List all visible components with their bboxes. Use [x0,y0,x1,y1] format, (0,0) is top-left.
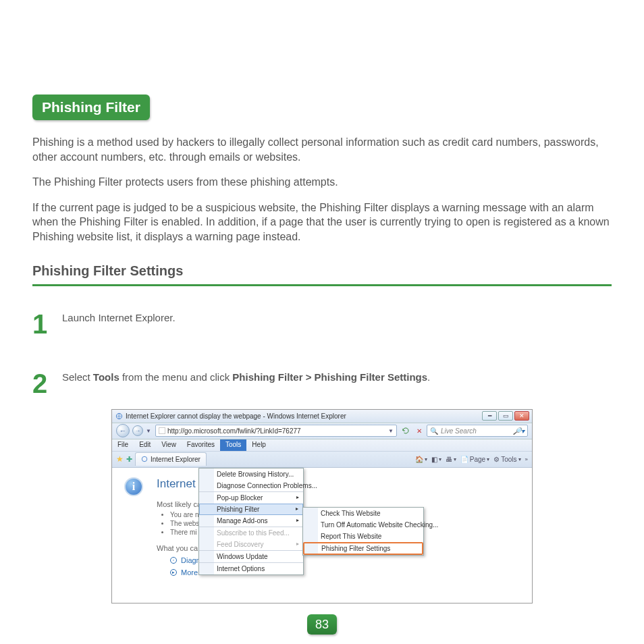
intro-paragraph: Phishing is a method used by hackers to … [32,135,612,164]
bullet-icon: ◦ [170,557,177,564]
step-text-fragment: from the menu and click [119,371,233,383]
menu-label: Phishing Filter [217,506,259,513]
page-content: i Internet Exp Most likely caus You are … [112,468,532,603]
feeds-button[interactable]: ◧▾ [431,456,441,463]
step-2: 2 Select Tools from the menu and click P… [32,370,612,397]
print-button[interactable]: 🖶▾ [446,456,456,463]
add-favorite-icon[interactable]: ✚ [126,455,132,464]
menu-file[interactable]: File [112,439,134,451]
menu-label: Feed Discovery [217,541,263,548]
menu-label: Pop-up Blocker [217,494,263,502]
step-text: Select Tools from the menu and click Phi… [62,370,430,383]
section-title-badge: Phishing Filter [32,95,150,120]
menu-item-subscribe-feed: Subscribe to this Feed... [199,527,303,539]
ie-icon [141,456,148,464]
favorites-star-icon[interactable]: ★ [116,454,124,464]
close-button[interactable]: ✕ [514,411,529,421]
search-box[interactable]: 🔍 Live Search 🔎▾ [427,425,528,437]
menu-item-feed-discovery: Feed Discovery▸ [199,539,303,550]
step-text-fragment: Select [62,371,93,383]
menu-favorites[interactable]: Favorites [182,439,220,451]
menu-item-windows-update[interactable]: Windows Update [199,550,303,562]
window-title: Internet Explorer cannot display the web… [126,412,482,420]
window-titlebar: Internet Explorer cannot display the web… [112,410,532,423]
bullet-icon: ▸ [170,569,177,576]
address-bar[interactable]: http://go.microsoft.com/fwlink/?LinkId=7… [155,425,397,437]
menu-help[interactable]: Help [246,439,271,451]
ie-screenshot: Internet Explorer cannot display the web… [111,409,533,603]
forward-button[interactable]: → [132,425,143,436]
submenu-arrow-icon: ▸ [296,494,299,500]
menu-item-phishing-filter[interactable]: Phishing Filter▸ [199,504,303,515]
url-text: http://go.microsoft.com/fwlink/?LinkId=7… [167,427,301,435]
tools-menu-button[interactable]: ⚙Tools▾ [493,456,520,463]
step-number: 1 [32,311,50,338]
submenu-arrow-icon: ▸ [296,506,298,512]
refresh-button[interactable] [400,425,412,437]
settings-heading: Phishing Filter Settings [32,263,612,286]
intro-paragraph: If the current page is judged to be a su… [32,200,612,244]
svg-point-1 [142,456,147,462]
tabbar: ★ ✚ Internet Explorer 🏠▾ ◧▾ 🖶▾ 📄Page▾ ⚙T… [112,452,532,468]
submenu-arrow-icon: ▸ [296,541,299,547]
tools-dropdown: Delete Browsing History... Diagnose Conn… [198,468,304,575]
tools-menu-label: Tools [501,456,516,463]
menu-tools[interactable]: Tools [220,439,246,451]
step-text-fragment: . [427,371,430,383]
step-number: 2 [32,370,50,397]
search-icon: 🔍 [430,427,438,435]
menu-item-manage-addons[interactable]: Manage Add-ons▸ [199,515,303,527]
submenu-phishing-settings[interactable]: Phishing Filter Settings [303,542,423,555]
browser-tab[interactable]: Internet Explorer [135,452,207,466]
nav-toolbar: ← → ▼ http://go.microsoft.com/fwlink/?Li… [112,423,532,439]
nav-history-dropdown[interactable]: ▼ [146,428,153,434]
menu-edit[interactable]: Edit [134,439,156,451]
step-text: Launch Internet Explorer. [62,311,176,323]
intro-block: Phishing is a method used by hackers to … [32,135,612,244]
address-dropdown-icon[interactable]: ▼ [388,428,394,434]
tab-label: Internet Explorer [151,456,200,463]
page-icon [159,427,165,434]
menu-item-diagnose[interactable]: Diagnose Connection Problems... [199,480,303,491]
menu-item-delete-history[interactable]: Delete Browsing History... [199,468,303,480]
menu-item-popup-blocker[interactable]: Pop-up Blocker▸ [199,491,303,504]
menu-label: Manage Add-ons [217,517,268,525]
page-number-badge: 83 [307,614,337,635]
chevron-overflow-icon[interactable]: » [525,456,528,462]
minimize-button[interactable]: ━ [482,411,497,421]
step-text-bold: Tools [93,371,119,383]
step-text-bold: Phishing Filter > Phishing Filter Settin… [232,371,427,383]
submenu-report-website[interactable]: Report This Website [303,531,423,542]
back-button[interactable]: ← [116,424,130,437]
menubar: File Edit View Favorites Tools Help [112,439,532,452]
stop-button[interactable]: ✕ [414,425,424,437]
window-controls: ━ ▭ ✕ [482,411,529,421]
submenu-check-website[interactable]: Check This Website [303,508,423,519]
home-button[interactable]: 🏠▾ [415,456,427,463]
search-go-icon[interactable]: 🔎▾ [513,427,525,435]
menu-view[interactable]: View [156,439,182,451]
ie-icon [115,412,123,420]
menu-item-internet-options[interactable]: Internet Options [199,562,303,574]
phishing-submenu: Check This Website Turn Off Automatic We… [302,507,424,556]
command-bar: 🏠▾ ◧▾ 🖶▾ 📄Page▾ ⚙Tools▾ » [415,456,528,463]
maximize-button[interactable]: ▭ [498,411,513,421]
page-menu-label: Page [470,456,485,463]
submenu-turn-off-checking[interactable]: Turn Off Automatic Website Checking... [303,519,423,531]
intro-paragraph: The Phishing Filter protects users from … [32,175,612,190]
submenu-arrow-icon: ▸ [296,517,299,523]
page-menu-button[interactable]: 📄Page▾ [460,456,489,463]
info-icon: i [124,477,143,496]
step-1: 1 Launch Internet Explorer. [32,311,612,338]
search-placeholder: Live Search [441,427,477,435]
